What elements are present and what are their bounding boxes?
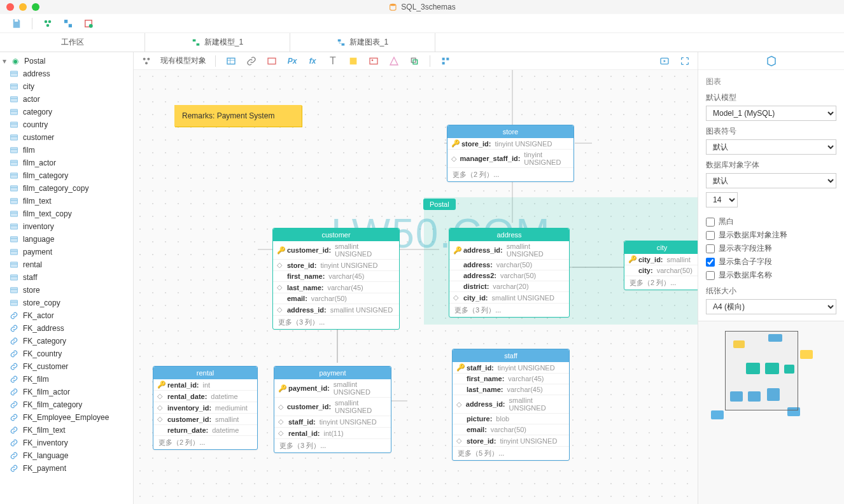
tree-table-inventory[interactable]: inventory <box>0 220 133 233</box>
model-icon[interactable] <box>41 17 54 30</box>
auto-layout-icon[interactable] <box>439 55 452 67</box>
tree-fk-FK_film[interactable]: FK_film <box>0 373 133 386</box>
objects-icon[interactable] <box>140 55 153 67</box>
tree-fk-FK_customer[interactable]: FK_customer <box>0 360 133 373</box>
er-table-payment[interactable]: payment🔑payment_id:smallint UNSIGNED◇cus… <box>274 366 391 453</box>
svg-rect-37 <box>11 224 18 229</box>
app-title: SQL_3schemas <box>388 3 455 11</box>
fk-icon <box>9 323 19 333</box>
tree-table-film_category_copy[interactable]: film_category_copy <box>0 182 133 195</box>
tree-fk-FK_film_category[interactable]: FK_film_category <box>0 398 133 411</box>
layer-tool-icon[interactable] <box>408 55 421 67</box>
shape-tool-icon[interactable] <box>388 55 400 67</box>
default-model-select[interactable]: Model_1 (MySQL) <box>706 106 836 121</box>
tree-root[interactable]: ▾ ◉ Postal <box>0 55 133 67</box>
table-tool-icon[interactable] <box>225 55 237 67</box>
tab-diagram[interactable]: 新建图表_1 <box>290 33 435 52</box>
cb-obj-comment[interactable]: 显示数据库对象注释 <box>706 230 836 241</box>
fk-icon <box>9 412 19 423</box>
close-window-button[interactable] <box>6 3 14 11</box>
tree-table-store[interactable]: store <box>0 284 133 297</box>
tree-table-rental[interactable]: rental <box>0 258 133 271</box>
cb-db-name[interactable]: 显示数据库名称 <box>706 270 836 281</box>
tree-table-film_text_copy[interactable]: film_text_copy <box>0 207 133 220</box>
tree-fk-FK_inventory[interactable]: FK_inventory <box>0 437 133 449</box>
svg-rect-19 <box>11 109 18 115</box>
preview-icon[interactable] <box>658 55 671 67</box>
maximize-window-button[interactable] <box>32 3 39 11</box>
tree-table-customer[interactable]: customer <box>0 131 133 144</box>
tab-model[interactable]: 新建模型_1 <box>145 33 290 52</box>
tree-fk-FK_film_actor[interactable]: FK_film_actor <box>0 386 133 398</box>
paper-label: 纸张大小 <box>706 286 836 297</box>
schema-tag[interactable]: Postal <box>423 199 456 210</box>
svg-rect-21 <box>11 122 18 127</box>
minimize-window-button[interactable] <box>19 3 27 11</box>
tree-fk-FK_payment[interactable]: FK_payment <box>0 462 133 475</box>
svg-point-3 <box>48 20 52 23</box>
cb-bw[interactable]: 黑白 <box>706 216 836 227</box>
svg-point-60 <box>372 59 374 61</box>
tree-table-film[interactable]: film <box>0 144 133 157</box>
cb-field-comment[interactable]: 显示表字段注释 <box>706 243 836 254</box>
er-table-customer[interactable]: customer🔑customer_id:smallint UNSIGNED◇s… <box>272 228 400 330</box>
tree-table-film_actor[interactable]: film_actor <box>0 157 133 169</box>
er-table-city[interactable]: city🔑city_id:smallintcity:varchar(50)更多（… <box>624 241 698 290</box>
tree-fk-FK_address[interactable]: FK_address <box>0 322 133 335</box>
note-tool-icon[interactable] <box>347 55 360 67</box>
font-size-select[interactable]: 14 <box>706 192 738 207</box>
svg-rect-31 <box>11 186 18 191</box>
tree-fk-FK_actor[interactable]: FK_actor <box>0 309 133 322</box>
symbol-select[interactable]: 默认 <box>706 139 836 155</box>
cb-sub-fields[interactable]: 显示集合子字段 <box>706 256 836 267</box>
view-tool-icon[interactable] <box>265 55 278 67</box>
tree-table-actor[interactable]: actor <box>0 93 133 106</box>
er-table-staff[interactable]: staff🔑staff_id:tinyint UNSIGNEDfirst_nam… <box>452 349 570 461</box>
tree-fk-FK_country[interactable]: FK_country <box>0 347 133 360</box>
text-tool-icon[interactable]: T <box>327 55 339 67</box>
panel-section-title: 图表 <box>706 76 836 87</box>
tree-table-category[interactable]: category <box>0 106 133 118</box>
tree-table-country[interactable]: country <box>0 118 133 131</box>
svg-point-0 <box>390 4 396 6</box>
link-tool-icon[interactable] <box>245 55 258 67</box>
export-icon[interactable] <box>82 17 95 30</box>
tree-table-language[interactable]: language <box>0 233 133 246</box>
tab-workspace[interactable]: 工作区 <box>0 33 145 52</box>
tree-table-film_category[interactable]: film_category <box>0 169 133 182</box>
tree-table-staff[interactable]: staff <box>0 271 133 284</box>
func-tool-icon[interactable]: fx <box>306 55 319 67</box>
tree-table-address[interactable]: address <box>0 67 133 80</box>
svg-rect-58 <box>350 57 357 64</box>
fullscreen-icon[interactable] <box>679 55 691 67</box>
diagram-icon[interactable] <box>62 17 74 30</box>
er-table-store[interactable]: store🔑store_id:tinyint UNSIGNED◇manager_… <box>447 125 574 182</box>
paper-select[interactable]: A4 (横向) <box>706 299 836 314</box>
er-table-rental[interactable]: rental🔑rental_id:int◇rental_date:datetim… <box>153 366 258 450</box>
canvas-toolbar: 现有模型对象 Px fx T <box>134 52 698 70</box>
tree-fk-FK_film_text[interactable]: FK_film_text <box>0 424 133 437</box>
svg-rect-59 <box>370 58 377 64</box>
tree-table-city[interactable]: city <box>0 80 133 93</box>
tree-fk-FK_language[interactable]: FK_language <box>0 449 133 462</box>
tree-fk-FK_Employee_Employee[interactable]: FK_Employee_Employee <box>0 411 133 424</box>
svg-point-53 <box>145 62 148 64</box>
fk-icon <box>9 425 19 435</box>
minimap[interactable] <box>698 321 844 504</box>
image-tool-icon[interactable] <box>367 55 380 67</box>
save-icon[interactable] <box>10 17 23 30</box>
sticky-note[interactable]: Remarks: Payment System <box>174 105 302 127</box>
tree-fk-FK_category[interactable]: FK_category <box>0 335 133 347</box>
font-select[interactable]: 默认 <box>706 173 836 188</box>
object-tree[interactable]: ▾ ◉ Postal addresscityactorcategorycount… <box>0 52 134 504</box>
panel-head-icon[interactable] <box>698 52 844 70</box>
er-canvas[interactable]: Remarks: Payment System Postal LW50.COM … <box>134 70 698 504</box>
svg-rect-29 <box>11 173 18 178</box>
svg-rect-47 <box>11 288 18 293</box>
tree-table-payment[interactable]: payment <box>0 246 133 258</box>
er-table-address[interactable]: address🔑address_id:smallint UNSIGNEDaddr… <box>449 228 570 318</box>
tree-table-store_copy[interactable]: store_copy <box>0 297 133 309</box>
tree-table-film_text[interactable]: film_text <box>0 195 133 207</box>
table-icon <box>9 209 19 219</box>
proc-tool-icon[interactable]: Px <box>286 55 299 67</box>
